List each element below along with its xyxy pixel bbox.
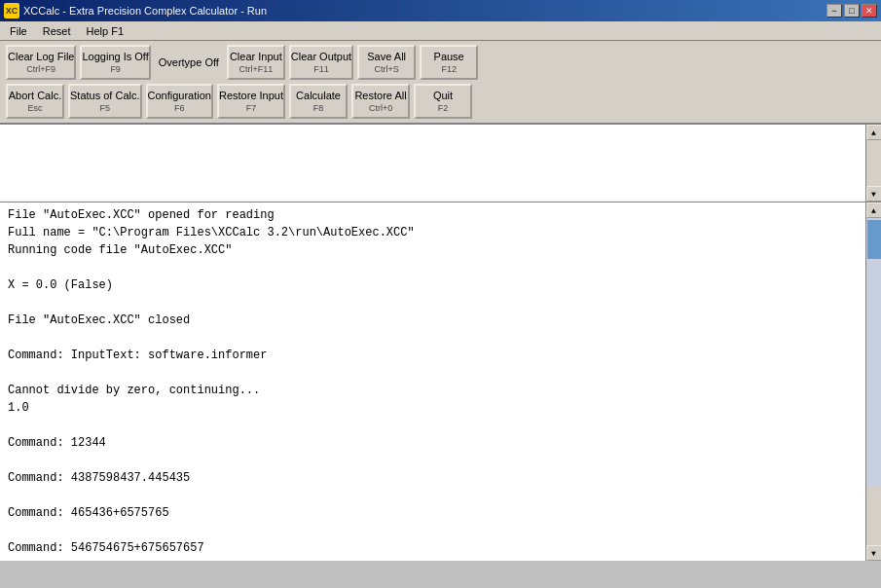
input-area[interactable]: ▲ ▼ bbox=[0, 125, 881, 202]
calculate-button[interactable]: Calculate F8 bbox=[289, 84, 348, 119]
title-bar: XC XCCalc - Extra Precision Complex Calc… bbox=[0, 0, 881, 21]
restore-input-button[interactable]: Restore Input F7 bbox=[217, 84, 285, 119]
upper-scrollbar[interactable]: ▲ ▼ bbox=[865, 125, 881, 202]
status-button[interactable]: Status of Calc. F5 bbox=[68, 84, 142, 119]
scroll-up-arrow-lower[interactable]: ▲ bbox=[866, 202, 882, 218]
menu-reset[interactable]: Reset bbox=[35, 23, 79, 39]
clear-output-button[interactable]: Clear Output F11 bbox=[289, 45, 353, 80]
close-button[interactable]: ✕ bbox=[862, 4, 877, 18]
clear-log-button[interactable]: Clear Log File Ctrl+F9 bbox=[6, 45, 76, 80]
pause-button[interactable]: Pause F12 bbox=[420, 45, 478, 80]
save-all-button[interactable]: Save All Ctrl+S bbox=[357, 45, 416, 80]
scroll-down-arrow[interactable]: ▼ bbox=[866, 186, 882, 202]
input-content bbox=[0, 125, 865, 132]
logging-button[interactable]: Logging Is Off F9 bbox=[80, 45, 150, 80]
menu-bar: File Reset Help F1 bbox=[0, 21, 881, 41]
minimize-button[interactable]: − bbox=[826, 4, 842, 18]
abort-button[interactable]: Abort Calc. Esc bbox=[6, 84, 64, 119]
scroll-down-arrow-lower[interactable]: ▼ bbox=[866, 545, 882, 561]
log-area[interactable]: File "AutoExec.XCC" opened for reading F… bbox=[0, 202, 881, 561]
window-title: XCCalc - Extra Precision Complex Calcula… bbox=[23, 5, 267, 17]
quit-button[interactable]: Quit F2 bbox=[414, 84, 472, 119]
restore-all-button[interactable]: Restore All Ctrl+0 bbox=[351, 84, 410, 119]
menu-help[interactable]: Help F1 bbox=[78, 23, 131, 39]
log-content: File "AutoExec.XCC" opened for reading F… bbox=[0, 202, 881, 561]
lower-scrollbar[interactable]: ▲ ▼ bbox=[865, 202, 881, 561]
scroll-track-upper[interactable] bbox=[866, 140, 881, 186]
maximize-button[interactable]: □ bbox=[844, 4, 860, 18]
config-button[interactable]: Configuration F6 bbox=[146, 84, 213, 119]
clear-input-button[interactable]: Clear Input Ctrl+F11 bbox=[227, 45, 285, 80]
app-icon: XC bbox=[4, 3, 19, 18]
scroll-thumb[interactable] bbox=[867, 220, 881, 259]
toolbar-row-1: Clear Log File Ctrl+F9 Logging Is Off F9… bbox=[6, 45, 875, 80]
scroll-track-lower[interactable] bbox=[866, 218, 881, 487]
title-buttons: − □ ✕ bbox=[826, 4, 877, 18]
overtype-label: Overtype Off bbox=[155, 45, 223, 80]
scroll-track-bottom[interactable] bbox=[866, 487, 881, 545]
scroll-up-arrow[interactable]: ▲ bbox=[866, 125, 882, 140]
toolbar: Clear Log File Ctrl+F9 Logging Is Off F9… bbox=[0, 41, 881, 125]
toolbar-row-2: Abort Calc. Esc Status of Calc. F5 Confi… bbox=[6, 84, 875, 119]
menu-file[interactable]: File bbox=[2, 23, 35, 39]
